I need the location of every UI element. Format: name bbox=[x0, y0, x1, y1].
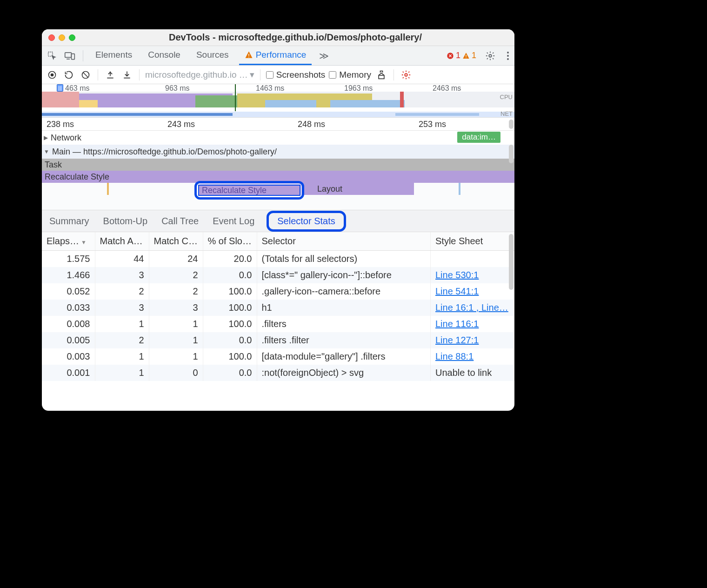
error-icon bbox=[447, 52, 454, 60]
inspect-icon[interactable] bbox=[46, 49, 59, 62]
scrollbar[interactable] bbox=[509, 120, 514, 129]
svg-rect-15 bbox=[379, 75, 384, 79]
more-tabs-icon[interactable]: ≫ bbox=[316, 50, 332, 61]
svg-point-11 bbox=[507, 58, 509, 60]
table-row[interactable]: 1.575442420.0(Totals for all selectors) bbox=[42, 251, 514, 267]
settings-icon[interactable] bbox=[484, 49, 497, 62]
capture-settings-icon[interactable] bbox=[400, 68, 413, 81]
device-toggle-icon[interactable] bbox=[63, 49, 76, 62]
warning-icon bbox=[462, 52, 470, 60]
selector-stats-table: Elaps…▼ Match A… Match C… % of Slo… Sele… bbox=[42, 232, 514, 411]
flame-chart[interactable]: Network data:im… Main — https://microsof… bbox=[42, 131, 514, 210]
clear-icon[interactable] bbox=[79, 68, 92, 81]
col-match-count[interactable]: Match C… bbox=[149, 232, 203, 251]
screenshots-checkbox[interactable]: Screenshots bbox=[266, 70, 326, 80]
svg-rect-2 bbox=[71, 53, 74, 59]
sort-desc-icon: ▼ bbox=[81, 239, 87, 246]
col-elapsed[interactable]: Elaps…▼ bbox=[42, 232, 95, 251]
network-entry[interactable]: data:im… bbox=[457, 132, 500, 143]
stylesheet-link: Line 530:1 bbox=[435, 270, 479, 280]
reload-record-icon[interactable] bbox=[62, 68, 75, 81]
tab-performance[interactable]: Performance bbox=[239, 46, 312, 65]
svg-point-10 bbox=[507, 55, 509, 57]
flame-task[interactable]: Task bbox=[42, 159, 514, 171]
net-track bbox=[42, 112, 514, 117]
overview-handle[interactable]: ||| bbox=[57, 84, 63, 92]
stylesheet-link: Line 541:1 bbox=[435, 286, 479, 296]
table-row[interactable]: 0.005210.0.filters .filterLine 127:1 bbox=[42, 332, 514, 348]
kebab-menu-icon[interactable] bbox=[501, 49, 514, 62]
warning-icon bbox=[245, 51, 253, 59]
svg-point-8 bbox=[489, 54, 492, 57]
overview-cursor bbox=[235, 84, 236, 111]
timeline-overview[interactable]: 463 ms 963 ms 1463 ms 1963 ms 2463 ms ||… bbox=[42, 84, 514, 118]
minimize-icon[interactable] bbox=[59, 34, 65, 41]
chevron-down-icon: ▾ bbox=[250, 69, 254, 80]
stylesheet-link: Line 127:1 bbox=[435, 335, 479, 345]
tab-console[interactable]: Console bbox=[142, 46, 186, 65]
table-row[interactable]: 0.001100.0:not(foreignObject) > svgUnabl… bbox=[42, 365, 514, 381]
record-icon[interactable] bbox=[46, 68, 59, 81]
tab-call-tree[interactable]: Call Tree bbox=[160, 213, 200, 229]
table-row[interactable]: 0.05222100.0.gallery-icon--camera::befor… bbox=[42, 283, 514, 300]
network-track-header[interactable]: Network data:im… bbox=[42, 131, 514, 145]
main-track-header[interactable]: Main — https://microsoftedge.github.io/D… bbox=[42, 145, 514, 159]
scrollbar[interactable] bbox=[509, 234, 514, 290]
maximize-icon[interactable] bbox=[69, 34, 75, 41]
tab-event-log[interactable]: Event Log bbox=[211, 213, 256, 229]
window-titlebar: DevTools - microsoftedge.github.io/Demos… bbox=[42, 29, 514, 46]
memory-checkbox[interactable]: Memory bbox=[329, 70, 371, 80]
svg-rect-4 bbox=[248, 57, 249, 58]
issue-badges[interactable]: 1 1 bbox=[447, 51, 476, 60]
panel-tabs: Elements Console Sources Performance ≫ 1… bbox=[42, 46, 514, 66]
tab-bottom-up[interactable]: Bottom-Up bbox=[101, 213, 150, 229]
collect-garbage-icon[interactable] bbox=[375, 68, 388, 81]
devtools-window: DevTools - microsoftedge.github.io/Demos… bbox=[42, 29, 514, 411]
svg-point-9 bbox=[507, 52, 509, 53]
col-stylesheet[interactable]: Style Sheet bbox=[431, 232, 514, 251]
table-row[interactable]: 0.00811100.0.filtersLine 116:1 bbox=[42, 316, 514, 332]
table-row[interactable]: 0.00311100.0[data-module="gallery"] .fil… bbox=[42, 348, 514, 365]
svg-rect-1 bbox=[65, 53, 72, 57]
col-match-attempts[interactable]: Match A… bbox=[95, 232, 149, 251]
tab-selector-stats[interactable]: Selector Stats bbox=[267, 211, 346, 232]
svg-rect-7 bbox=[466, 57, 466, 58]
tab-sources[interactable]: Sources bbox=[191, 46, 234, 65]
window-title: DevTools - microsoftedge.github.io/Demos… bbox=[83, 32, 508, 43]
stylesheet-link: Line 116:1 bbox=[435, 319, 479, 329]
save-profile-icon[interactable] bbox=[120, 68, 133, 81]
stylesheet-link: Line 88:1 bbox=[435, 351, 474, 361]
svg-point-16 bbox=[405, 74, 407, 76]
highlighted-recalculate-style[interactable]: Recalculate Style bbox=[194, 181, 304, 200]
table-row[interactable]: 0.03333100.0h1Line 16:1 , Line… bbox=[42, 300, 514, 316]
recording-selector[interactable]: microsoftedge.github.io … ▾ bbox=[145, 69, 254, 80]
tab-summary[interactable]: Summary bbox=[47, 213, 91, 229]
window-controls bbox=[48, 34, 75, 41]
col-pct-slow[interactable]: % of Slo… bbox=[203, 232, 257, 251]
scrollbar[interactable] bbox=[509, 145, 514, 163]
detail-tabs: Summary Bottom-Up Call Tree Event Log Se… bbox=[42, 210, 514, 232]
close-icon[interactable] bbox=[48, 34, 55, 41]
table-row[interactable]: 1.466320.0[class*=" gallery-icon--"]::be… bbox=[42, 267, 514, 283]
col-selector[interactable]: Selector bbox=[257, 232, 431, 251]
stylesheet-link: Line 16:1 , Line… bbox=[435, 302, 508, 313]
tab-elements[interactable]: Elements bbox=[90, 46, 138, 65]
svg-rect-3 bbox=[248, 54, 249, 56]
svg-point-13 bbox=[51, 73, 54, 76]
performance-toolbar: microsoftedge.github.io … ▾ Screenshots … bbox=[42, 66, 514, 84]
load-profile-icon[interactable] bbox=[104, 68, 117, 81]
svg-rect-6 bbox=[466, 55, 466, 57]
time-ruler[interactable]: 238 ms 243 ms 248 ms 253 ms bbox=[42, 118, 514, 131]
